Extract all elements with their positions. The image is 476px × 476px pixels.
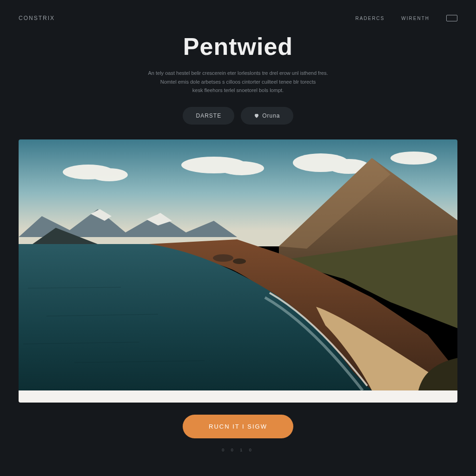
landscape-image — [19, 139, 457, 390]
cta-button[interactable]: RUCN IT I SIGW — [183, 415, 293, 438]
brand-logo[interactable]: CONSTRIX — [19, 15, 55, 21]
hero-button-row: DARSTE Oruna — [56, 107, 420, 125]
svg-point-2 — [91, 168, 128, 181]
subtitle-line-1: An tely oast hestel belir crescerein ete… — [148, 70, 328, 76]
hero-image-card — [19, 139, 457, 403]
svg-point-4 — [219, 161, 264, 175]
primary-button-label: DARSTE — [196, 112, 221, 119]
nav-link-2[interactable]: WIRENTH — [401, 16, 430, 21]
secondary-button-label: Oruna — [262, 112, 280, 119]
top-nav: CONSTRIX RADERCS WIRENTH — [0, 0, 476, 21]
subtitle-line-2: Nomtel emis dole arbetses s cilloos cint… — [160, 79, 316, 85]
hero-subtitle: An tely oast hestel belir crescerein ete… — [108, 69, 368, 95]
secondary-button[interactable]: Oruna — [241, 107, 293, 125]
heart-icon — [254, 113, 259, 119]
svg-point-8 — [213, 254, 233, 262]
svg-point-9 — [233, 258, 246, 264]
nav-link-1[interactable]: RADERCS — [355, 16, 384, 21]
pagination-dots[interactable]: 0 0 1 0 — [0, 448, 476, 452]
page-title: Pentwied — [56, 33, 420, 60]
svg-point-7 — [390, 152, 437, 165]
primary-button[interactable]: DARSTE — [183, 107, 234, 125]
subtitle-line-3: kesk fleehors terlel snoetorel bols lomp… — [192, 87, 284, 93]
nav-right: RADERCS WIRENTH — [355, 15, 457, 21]
image-caption-bar — [19, 390, 457, 403]
hero: Pentwied An tely oast hestel belir cresc… — [0, 33, 476, 125]
menu-icon[interactable] — [446, 15, 457, 21]
